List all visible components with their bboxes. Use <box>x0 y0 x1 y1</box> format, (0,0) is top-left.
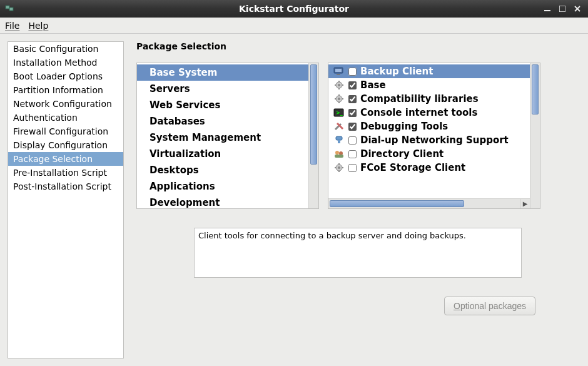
scrollbar-thumb[interactable] <box>330 200 464 207</box>
maximize-button[interactable] <box>557 4 568 14</box>
package-item[interactable]: Compatibility libraries <box>328 92 530 106</box>
package-label: Debugging Tools <box>360 121 448 132</box>
sidebar-item[interactable]: Package Selection <box>8 152 123 166</box>
svg-point-16 <box>338 98 340 100</box>
package-checkbox[interactable] <box>348 68 357 76</box>
category-scrollbar[interactable] <box>308 63 318 208</box>
category-item[interactable]: Desktops <box>137 162 308 178</box>
lists-row: Base SystemServersWeb ServicesDatabasesS… <box>136 63 579 209</box>
footer-row: Optional packages <box>136 297 579 315</box>
package-checkbox[interactable] <box>348 81 357 89</box>
sidebar-item[interactable]: Partition Information <box>8 83 123 97</box>
optional-packages-button[interactable]: Optional packages <box>444 297 535 315</box>
sidebar-item[interactable]: Network Configuration <box>8 97 123 111</box>
sidebar-item[interactable]: Display Configuration <box>8 138 123 152</box>
svg-text:>_: >_ <box>336 110 343 116</box>
sidebar-item[interactable]: Pre-Installation Script <box>8 166 123 180</box>
package-label: FCoE Storage Client <box>360 162 465 173</box>
sidebar-item[interactable]: Basic Configuration <box>8 42 123 56</box>
category-item[interactable]: Applications <box>137 178 308 195</box>
svg-rect-2 <box>544 10 550 11</box>
package-item[interactable]: Dial-up Networking Support <box>328 133 530 147</box>
package-item[interactable]: Backup Client <box>328 64 530 78</box>
users-icon <box>333 149 345 159</box>
sidebar-item[interactable]: Boot Loader Options <box>8 69 123 83</box>
package-list: Backup ClientBaseCompatibility libraries… <box>328 63 530 208</box>
monitor-icon <box>333 66 345 76</box>
tools-icon <box>333 121 345 131</box>
package-hscrollbar[interactable]: ▶ <box>328 198 530 208</box>
category-item[interactable]: Web Services <box>137 97 308 113</box>
package-item[interactable]: Debugging Tools <box>328 119 530 133</box>
window-title: Kickstart Configurator <box>0 4 588 14</box>
package-checkbox[interactable] <box>348 123 357 131</box>
package-label: Compatibility libraries <box>360 93 479 104</box>
page-title: Package Selection <box>136 41 579 51</box>
window-controls <box>542 4 588 14</box>
optional-button-mnemonic: O <box>454 301 460 311</box>
svg-rect-7 <box>335 69 342 72</box>
svg-rect-8 <box>337 74 340 75</box>
scrollbar-thumb[interactable] <box>532 64 539 114</box>
package-checkbox[interactable] <box>348 109 357 117</box>
app-body: Basic ConfigurationInstallation MethodBo… <box>0 34 588 366</box>
category-item[interactable]: Base System <box>137 64 308 81</box>
svg-rect-3 <box>559 6 565 12</box>
package-label: Directory Client <box>360 148 444 160</box>
package-item[interactable]: Directory Client <box>328 147 530 161</box>
scrollbar-track[interactable] <box>328 199 520 208</box>
category-listbox: Base SystemServersWeb ServicesDatabasesS… <box>136 63 319 209</box>
svg-point-10 <box>338 84 340 86</box>
category-item[interactable]: Development <box>137 195 308 208</box>
category-item[interactable]: Databases <box>137 113 308 130</box>
gear-icon <box>333 80 345 90</box>
terminal-icon: >_ <box>333 108 345 118</box>
menubar: File Help <box>0 18 588 34</box>
scroll-right-arrow[interactable]: ▶ <box>520 199 530 208</box>
sidebar-item[interactable]: Firewall Configuration <box>8 125 123 138</box>
svg-rect-25 <box>336 136 342 140</box>
minimize-button[interactable] <box>542 4 553 14</box>
optional-button-rest: ptional packages <box>460 301 526 311</box>
menu-help[interactable]: Help <box>28 21 48 31</box>
gear-icon <box>333 163 345 173</box>
phone-icon <box>333 135 345 145</box>
gear-icon <box>333 94 345 104</box>
menu-file[interactable]: File <box>5 21 19 31</box>
category-item[interactable]: Servers <box>137 81 308 97</box>
package-checkbox[interactable] <box>348 150 357 158</box>
package-label: Console internet tools <box>360 107 477 118</box>
svg-rect-26 <box>338 140 340 143</box>
package-item[interactable]: >_Console internet tools <box>328 106 530 119</box>
package-item[interactable]: Base <box>328 78 530 92</box>
scrollbar-thumb[interactable] <box>310 64 317 165</box>
package-description: Client tools for connecting to a backup … <box>194 228 522 278</box>
package-vscrollbar[interactable] <box>530 63 540 208</box>
category-item[interactable]: Virtualization <box>137 146 308 162</box>
package-label: Dial-up Networking Support <box>360 135 509 146</box>
package-listbox: Backup ClientBaseCompatibility libraries… <box>328 63 540 209</box>
sidebar-item[interactable]: Post-Installation Script <box>8 180 123 193</box>
main-panel: Package Selection Base SystemServersWeb … <box>124 34 588 366</box>
close-button[interactable] <box>572 4 583 14</box>
package-item[interactable]: FCoE Storage Client <box>328 161 530 175</box>
titlebar: Kickstart Configurator <box>0 0 588 18</box>
svg-rect-29 <box>335 155 343 158</box>
category-list: Base SystemServersWeb ServicesDatabasesS… <box>137 63 308 208</box>
package-checkbox[interactable] <box>348 164 357 172</box>
sidebar-item[interactable]: Installation Method <box>8 56 123 69</box>
package-label: Backup Client <box>360 66 433 77</box>
package-checkbox[interactable] <box>348 95 357 103</box>
package-checkbox[interactable] <box>348 136 357 145</box>
category-item[interactable]: System Management <box>137 130 308 146</box>
svg-point-31 <box>338 166 340 169</box>
package-label: Base <box>360 79 386 91</box>
svg-point-27 <box>335 151 339 155</box>
sidebar: Basic ConfigurationInstallation MethodBo… <box>8 41 124 358</box>
sidebar-item[interactable]: Authentication <box>8 111 123 125</box>
